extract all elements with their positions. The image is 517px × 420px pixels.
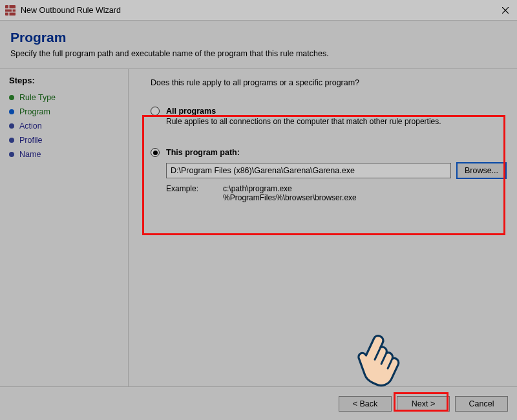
step-action[interactable]: Action xyxy=(9,119,119,133)
back-button[interactable]: < Back xyxy=(339,396,392,412)
close-button[interactable] xyxy=(494,0,517,21)
step-bullet-icon xyxy=(9,138,14,143)
firewall-icon xyxy=(5,5,16,16)
step-program[interactable]: Program xyxy=(9,105,119,119)
radio-this-program-label: This program path: xyxy=(166,148,240,157)
radio-all-programs[interactable] xyxy=(151,107,160,116)
steps-title: Steps: xyxy=(9,76,119,85)
step-bullet-icon xyxy=(9,152,14,157)
step-bullet-icon xyxy=(9,123,14,129)
step-label: Rule Type xyxy=(19,93,56,102)
main-panel: Does this rule apply to all programs or … xyxy=(129,69,517,412)
svg-rect-5 xyxy=(8,12,10,16)
svg-rect-4 xyxy=(12,8,13,12)
step-bullet-icon xyxy=(9,109,14,114)
svg-rect-0 xyxy=(5,5,16,16)
step-rule-type[interactable]: Rule Type xyxy=(9,90,119,105)
svg-rect-2 xyxy=(5,12,16,13)
svg-rect-1 xyxy=(5,8,16,10)
wizard-dialog: New Outbound Rule Wizard Program Specify… xyxy=(0,0,517,420)
page-subtitle: Specify the full program path and execut… xyxy=(10,49,507,58)
close-icon xyxy=(502,5,509,16)
header: Program Specify the full program path an… xyxy=(0,21,517,65)
radio-this-program[interactable] xyxy=(151,148,160,157)
example-lines: c:\path\program.exe %ProgramFiles%\brows… xyxy=(223,184,357,202)
option-all-programs: All programs Rule applies to all connect… xyxy=(151,104,507,134)
radio-all-programs-label: All programs xyxy=(166,107,216,116)
step-label: Name xyxy=(19,150,41,159)
next-button[interactable]: Next > xyxy=(397,396,450,412)
prompt-text: Does this rule apply to all programs or … xyxy=(151,78,507,87)
program-path-input[interactable] xyxy=(166,163,451,178)
option-this-program: This program path: Browse... Example: c:… xyxy=(151,145,507,210)
window-title: New Outbound Rule Wizard xyxy=(21,6,494,15)
button-bar: < Back Next > Cancel xyxy=(0,386,517,420)
radio-all-programs-desc: Rule applies to all connections on the c… xyxy=(166,117,507,126)
step-label: Profile xyxy=(19,136,42,145)
step-bullet-icon xyxy=(9,95,14,100)
svg-rect-3 xyxy=(8,5,10,8)
step-name[interactable]: Name xyxy=(9,147,119,162)
example-label: Example: xyxy=(166,184,198,202)
step-label: Program xyxy=(19,107,50,116)
cancel-button[interactable]: Cancel xyxy=(455,396,508,412)
step-profile[interactable]: Profile xyxy=(9,133,119,147)
titlebar: New Outbound Rule Wizard xyxy=(0,0,517,21)
browse-button[interactable]: Browse... xyxy=(456,162,507,179)
step-label: Action xyxy=(19,121,42,131)
body: Steps: Rule Type Program Action Profile … xyxy=(0,69,517,412)
page-title: Program xyxy=(10,30,507,45)
steps-sidebar: Steps: Rule Type Program Action Profile … xyxy=(0,69,128,412)
